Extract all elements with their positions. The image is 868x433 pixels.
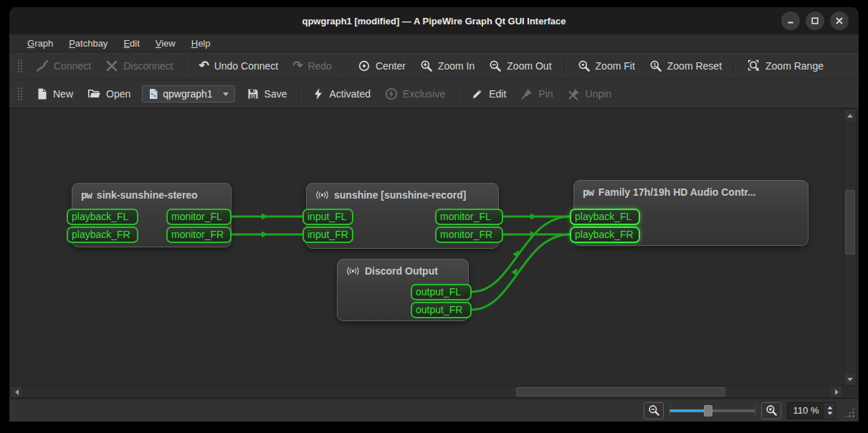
port-discord-output-fr[interactable]: output_FR [411, 302, 472, 318]
resize-grip[interactable] [844, 407, 855, 418]
menu-graph[interactable]: Graph [19, 37, 61, 50]
zoom-reset-button[interactable]: 1 Zoom Reset [642, 55, 729, 77]
triangle-left-icon [15, 389, 19, 395]
port-sunshine-monitor-fr[interactable]: monitor_FR [435, 227, 503, 243]
save-icon [247, 87, 259, 100]
toolbar-drag-handle[interactable] [17, 87, 22, 101]
app-window: qpwgraph1 [modified] — A PipeWire Graph … [9, 7, 859, 422]
pin-icon [520, 87, 533, 100]
statusbar-zoom-out-button[interactable] [644, 402, 664, 419]
vertical-scroll-thumb[interactable] [845, 190, 855, 254]
menu-patchbay[interactable]: Patchbay [61, 37, 115, 50]
port-sink-monitor-fr[interactable]: monitor_FR [166, 227, 232, 243]
disconnect-button[interactable]: Disconnect [98, 55, 180, 77]
slider-fill [669, 409, 708, 412]
menu-help[interactable]: Help [183, 37, 219, 50]
exclusive-icon [385, 87, 398, 100]
port-sunshine-input-fl[interactable]: input_FL [302, 209, 353, 225]
close-icon [835, 16, 844, 25]
new-file-icon [36, 87, 48, 100]
toolbar-separator [457, 85, 459, 103]
titlebar[interactable]: qpwgraph1 [modified] — A PipeWire Graph … [9, 7, 859, 34]
chevron-down-icon [223, 92, 229, 96]
activated-toggle[interactable]: Activated [305, 83, 378, 105]
zoom-slider[interactable] [669, 404, 755, 417]
minimize-button[interactable] [781, 11, 800, 30]
scroll-down-button[interactable] [844, 373, 856, 385]
toolbar-separator [564, 57, 566, 75]
node-title: pw Family 17h/19h HD Audio Contr... [574, 181, 808, 198]
close-button[interactable] [830, 11, 849, 30]
spin-up-button[interactable] [827, 406, 832, 409]
zoom-reset-icon: 1 [649, 60, 662, 72]
menu-view[interactable]: View [148, 37, 183, 50]
connect-icon [36, 60, 49, 72]
scroll-left-button[interactable] [11, 386, 22, 397]
triangle-up-icon [847, 114, 853, 118]
pin-button[interactable]: Pin [513, 83, 560, 105]
media-icon [315, 189, 329, 201]
edit-button[interactable]: Edit [464, 83, 513, 105]
svg-text:1: 1 [653, 62, 657, 68]
spin-down-button[interactable] [827, 411, 832, 414]
toolbar-separator [344, 57, 345, 75]
slider-handle[interactable] [704, 405, 712, 417]
patchbay-file-icon [148, 88, 158, 100]
media-icon [346, 265, 360, 277]
port-sink-monitor-fl[interactable]: monitor_FL [166, 209, 232, 225]
undo-connect-button[interactable]: ↶ Undo Connect [191, 56, 285, 76]
connect-button[interactable]: Connect [29, 55, 98, 77]
unpin-icon [568, 87, 581, 100]
horizontal-scroll-thumb[interactable] [516, 387, 725, 396]
toolbar-patchbay: New Open qpwgraph1 [9, 80, 859, 108]
port-family-playback-fl[interactable]: playback_FL [570, 209, 640, 225]
unpin-button[interactable]: Unpin [561, 83, 619, 105]
horizontal-scrollbar[interactable] [10, 386, 843, 398]
toolbar-separator [185, 57, 186, 75]
toolbar-separator [299, 85, 300, 103]
zoom-in-button[interactable]: Zoom In [413, 55, 482, 77]
zoom-out-button[interactable]: Zoom Out [482, 55, 558, 77]
port-sunshine-monitor-fl[interactable]: monitor_FL [435, 209, 503, 225]
port-sunshine-input-fr[interactable]: input_FR [302, 227, 353, 243]
save-button[interactable]: Save [239, 83, 295, 105]
scroll-right-button[interactable] [831, 386, 842, 397]
toolbar-separator [734, 57, 735, 75]
maximize-button[interactable] [806, 11, 824, 30]
disconnect-icon [105, 60, 118, 72]
center-icon [358, 60, 371, 72]
new-button[interactable]: New [29, 83, 80, 105]
statusbar: 110 % [9, 399, 859, 422]
zoom-spinbox[interactable]: 110 % [787, 402, 836, 419]
spin-buttons [824, 403, 835, 419]
menu-edit[interactable]: Edit [115, 37, 147, 50]
exclusive-toggle[interactable]: Exclusive [378, 83, 452, 105]
statusbar-zoom-in-button[interactable] [761, 402, 781, 419]
scroll-up-button[interactable] [844, 110, 856, 121]
open-button[interactable]: Open [80, 83, 138, 105]
redo-button[interactable]: ↷ Redo [285, 56, 339, 76]
pipewire-icon: pw [583, 186, 593, 198]
redo-icon: ↷ [292, 60, 302, 72]
port-sink-playback-fr[interactable]: playback_FR [67, 227, 138, 243]
activated-lightning-icon [313, 87, 324, 100]
graph-canvas[interactable]: pw sink-sunshine-stereo sunshine [sunshi… [9, 108, 859, 399]
zoom-range-button[interactable]: Zoom Range [740, 55, 831, 77]
toolbar-drag-handle[interactable] [17, 59, 22, 73]
port-discord-output-fl[interactable]: output_FL [411, 284, 472, 300]
open-folder-icon [87, 87, 101, 100]
zoom-range-icon [748, 60, 760, 72]
center-button[interactable]: Center [350, 55, 413, 77]
vertical-scrollbar[interactable] [844, 109, 857, 386]
pipewire-icon: pw [81, 189, 92, 201]
port-sink-playback-fl[interactable]: playback_FL [67, 209, 138, 225]
zoom-out-icon [489, 60, 502, 72]
port-family-playback-fr[interactable]: playback_FR [570, 227, 640, 243]
triangle-down-icon [847, 378, 853, 381]
zoom-in-icon [766, 404, 778, 417]
zoom-fit-button[interactable]: Zoom Fit [571, 55, 642, 77]
patchbay-combo-value: qpwgraph1 [163, 88, 212, 100]
node-title: sunshine [sunshine-record] [307, 184, 498, 201]
patchbay-file-combo[interactable]: qpwgraph1 [142, 85, 234, 103]
undo-icon: ↶ [199, 60, 209, 72]
